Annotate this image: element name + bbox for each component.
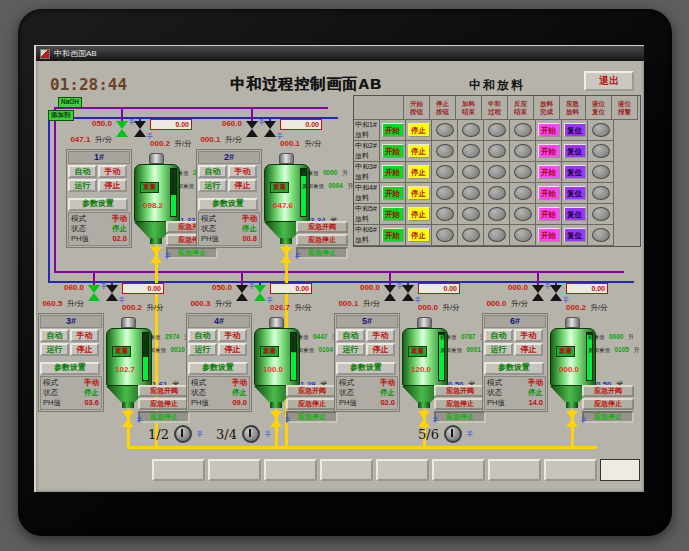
manual-button[interactable]: 手动 — [218, 329, 247, 342]
discharge-stop-button[interactable]: 停止 — [408, 165, 430, 179]
emergency-stop-button[interactable]: 应急停止 — [286, 398, 338, 410]
level-reset-button[interactable]: 复位 — [564, 165, 586, 179]
manual-button[interactable]: 手动 — [366, 329, 395, 342]
feed-b-valve-icon[interactable] — [134, 121, 146, 137]
run-button[interactable]: 运行 — [188, 343, 217, 356]
stop-button[interactable]: 停止 — [70, 343, 99, 356]
feed-a-valve-icon[interactable] — [236, 285, 248, 301]
discharge-start-button[interactable]: 开始 — [382, 123, 404, 137]
stop-button[interactable]: 停止 — [514, 343, 543, 356]
manual-button[interactable]: 手动 — [98, 165, 127, 178]
discharge-valve-icon[interactable] — [122, 411, 134, 427]
feed-b-valve-icon[interactable] — [550, 285, 562, 301]
params-button[interactable]: 参数设置 — [198, 198, 258, 211]
emergency-open-button[interactable]: 应急开阀 — [286, 385, 338, 397]
manual-button[interactable]: 手动 — [228, 165, 257, 178]
discharge-stop-button[interactable]: 停止 — [408, 186, 430, 200]
feed-b-valve-icon[interactable] — [254, 285, 266, 301]
auto-button[interactable]: 自动 — [40, 329, 69, 342]
feed-b-valve-icon[interactable] — [106, 285, 118, 301]
manual-button[interactable]: 手动 — [514, 329, 543, 342]
emergency-stop-button[interactable]: 应急停止 — [138, 398, 190, 410]
feed-a-valve-icon[interactable] — [532, 285, 544, 301]
auto-button[interactable]: 自动 — [188, 329, 217, 342]
discharge-valve-icon[interactable] — [270, 411, 282, 427]
stop-button[interactable]: 停止 — [218, 343, 247, 356]
emergency-stop2-button[interactable]: 应急停止 — [138, 411, 190, 423]
discharge-valve-icon[interactable] — [280, 247, 292, 263]
emergency-discharge-button[interactable]: 开始 — [538, 123, 560, 137]
params-button[interactable]: 参数设置 — [68, 198, 128, 211]
emergency-stop-button[interactable]: 应急停止 — [582, 398, 634, 410]
discharge-valve-icon[interactable] — [566, 411, 578, 427]
feed-a-valve-icon[interactable] — [88, 285, 100, 301]
level-reset-button[interactable]: 复位 — [564, 228, 586, 242]
manual-button[interactable]: 手动 — [70, 329, 99, 342]
feed-a-valve-icon[interactable] — [246, 121, 258, 137]
nav-button-1[interactable] — [152, 459, 205, 481]
params-button[interactable]: 参数设置 — [336, 362, 396, 375]
pump-icon[interactable] — [242, 425, 260, 443]
emergency-discharge-button[interactable]: 开始 — [538, 207, 560, 221]
emergency-discharge-button[interactable]: 开始 — [538, 228, 560, 242]
auto-button[interactable]: 自动 — [484, 329, 513, 342]
nav-button-6[interactable] — [432, 459, 485, 481]
level-reset-button[interactable]: 复位 — [564, 123, 586, 137]
nav-button-7[interactable] — [488, 459, 541, 481]
nav-button-4[interactable] — [320, 459, 373, 481]
stop-button[interactable]: 停止 — [98, 179, 127, 192]
pump-icon[interactable] — [444, 425, 462, 443]
feed-b-unit: 升/分 — [294, 303, 311, 312]
emergency-stop-button[interactable]: 应急停止 — [296, 234, 348, 246]
run-button[interactable]: 运行 — [336, 343, 365, 356]
nav-button-2[interactable] — [208, 459, 261, 481]
discharge-stop-button[interactable]: 停止 — [408, 144, 430, 158]
run-button[interactable]: 运行 — [40, 343, 69, 356]
params-button[interactable]: 参数设置 — [40, 362, 100, 375]
nav-button-8[interactable] — [544, 459, 597, 481]
pump-icon[interactable] — [174, 425, 192, 443]
feed-b-valve-icon[interactable] — [264, 121, 276, 137]
discharge-start-button[interactable]: 开始 — [382, 228, 404, 242]
emergency-stop2-button[interactable]: 应急停止 — [434, 411, 486, 423]
nav-button-9[interactable] — [600, 459, 640, 481]
stop-button[interactable]: 停止 — [366, 343, 395, 356]
emergency-stop2-button[interactable]: 应急停止 — [582, 411, 634, 423]
discharge-start-button[interactable]: 开始 — [382, 207, 404, 221]
emergency-open-button[interactable]: 应急开阀 — [296, 221, 348, 233]
feed-a-valve-icon[interactable] — [384, 285, 396, 301]
run-button[interactable]: 运行 — [484, 343, 513, 356]
auto-button[interactable]: 自动 — [336, 329, 365, 342]
emergency-open-button[interactable]: 应急开阀 — [582, 385, 634, 397]
discharge-start-button[interactable]: 开始 — [382, 186, 404, 200]
discharge-start-button[interactable]: 开始 — [382, 165, 404, 179]
discharge-stop-button[interactable]: 停止 — [408, 228, 430, 242]
emergency-stop2-button[interactable]: 应急停止 — [286, 411, 338, 423]
mode-label: 模式 — [71, 214, 86, 224]
emergency-stop-button[interactable]: 应急停止 — [434, 398, 486, 410]
feed-b-valve-icon[interactable] — [402, 285, 414, 301]
auto-button[interactable]: 自动 — [68, 165, 97, 178]
nav-button-3[interactable] — [264, 459, 317, 481]
stop-button[interactable]: 停止 — [228, 179, 257, 192]
discharge-stop-button[interactable]: 停止 — [408, 207, 430, 221]
run-button[interactable]: 运行 — [198, 179, 227, 192]
params-button[interactable]: 参数设置 — [484, 362, 544, 375]
run-button[interactable]: 运行 — [68, 179, 97, 192]
level-reset-button[interactable]: 复位 — [564, 186, 586, 200]
discharge-valve-icon[interactable] — [150, 247, 162, 263]
emergency-discharge-button[interactable]: 开始 — [538, 186, 560, 200]
emergency-open-button[interactable]: 应急开阀 — [138, 385, 190, 397]
emergency-discharge-button[interactable]: 开始 — [538, 144, 560, 158]
level-reset-button[interactable]: 复位 — [564, 207, 586, 221]
nav-button-5[interactable] — [376, 459, 429, 481]
params-button[interactable]: 参数设置 — [188, 362, 248, 375]
discharge-start-button[interactable]: 开始 — [382, 144, 404, 158]
level-reset-button[interactable]: 复位 — [564, 144, 586, 158]
feed-a-valve-icon[interactable] — [116, 121, 128, 137]
emergency-open-button[interactable]: 应急开阀 — [434, 385, 486, 397]
auto-button[interactable]: 自动 — [198, 165, 227, 178]
discharge-stop-button[interactable]: 停止 — [408, 123, 430, 137]
emergency-stop2-button[interactable]: 应急停止 — [296, 247, 348, 259]
emergency-discharge-button[interactable]: 开始 — [538, 165, 560, 179]
